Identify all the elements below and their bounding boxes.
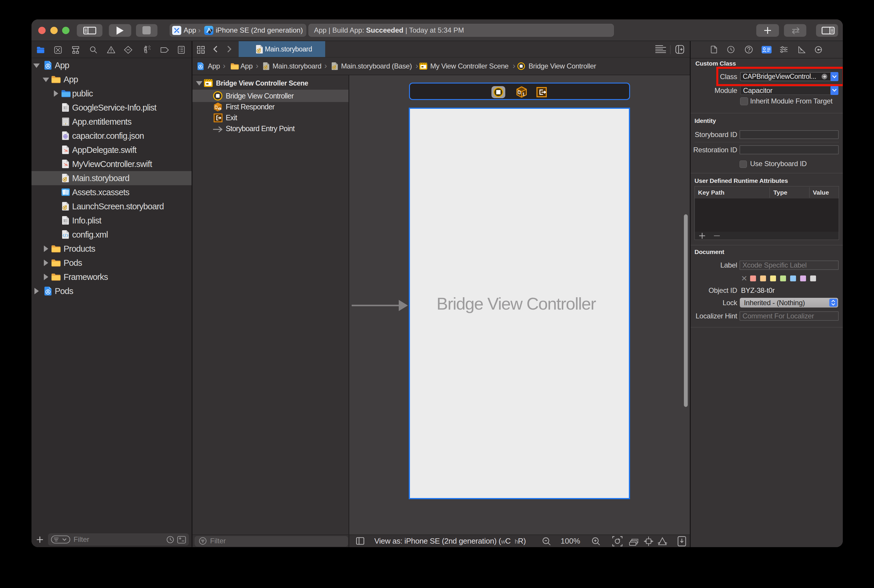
svg-text:PLIST: PLIST: [63, 223, 68, 225]
svg-text:1: 1: [219, 107, 220, 111]
svg-text:1: 1: [522, 92, 525, 96]
svg-text:PLIST: PLIST: [63, 110, 68, 112]
